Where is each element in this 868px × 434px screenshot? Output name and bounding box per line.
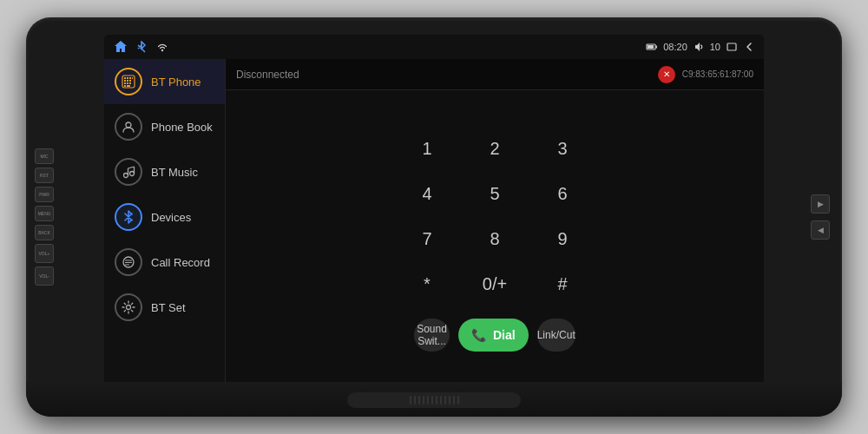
bt-music-label: BT Music [151,166,198,179]
svg-point-20 [130,172,135,176]
window-icon [726,41,738,53]
svg-point-18 [126,122,131,128]
car-unit: MIC RST PWR MENU BACK VOL+ VOL- [26,17,842,417]
sidebar: BT Phone Phone Book [104,59,226,399]
call-record-icon [115,248,142,276]
rst-button[interactable]: RST [35,168,54,183]
sidebar-item-bt-phone[interactable]: BT Phone [104,59,225,104]
key-hash[interactable]: # [532,265,593,303]
sidebar-item-bt-set[interactable]: BT Set [104,285,225,330]
svg-rect-7 [127,77,128,79]
battery-icon [646,41,658,53]
bluetooth-status-icon [134,39,149,55]
bt-set-icon [115,293,142,321]
link-cut-button[interactable]: Link/Cut [537,319,575,352]
sidebar-item-phone-book[interactable]: Phone Book [104,104,225,149]
bt-phone-icon [115,68,142,95]
svg-rect-16 [124,85,126,87]
connection-status: Disconnected [236,69,299,81]
bt-phone-label: BT Phone [151,76,201,89]
menu-button[interactable]: MENU [35,206,54,221]
dial-button[interactable]: 📞 Dial [458,319,529,352]
mic-button[interactable]: MIC [35,148,54,164]
phone-book-label: Phone Book [151,121,213,134]
key-2[interactable]: 2 [464,129,525,168]
sidebar-item-bt-music[interactable]: BT Music [104,149,225,194]
svg-rect-14 [127,82,128,84]
key-5[interactable]: 5 [464,174,525,213]
header-bar: Disconnected ✕ C9:83:65:61:87:00 [226,59,764,90]
sidebar-item-devices[interactable]: Devices [104,194,225,240]
wifi-icon [155,39,170,55]
devices-label: Devices [151,211,191,224]
svg-point-0 [161,49,163,51]
numpad-area: 1 2 3 4 5 6 7 8 9 * 0/+ # [226,90,764,399]
main-screen: 08:20 10 [104,35,764,399]
status-left [113,39,170,55]
right-btn-1[interactable]: ▶ [811,194,830,214]
svg-rect-15 [129,82,131,84]
key-9[interactable]: 9 [532,220,593,258]
svg-point-28 [127,306,131,310]
svg-rect-3 [656,46,658,49]
call-record-label: Call Record [151,256,210,269]
key-4[interactable]: 4 [397,174,457,213]
key-star[interactable]: * [397,265,457,303]
key-6[interactable]: 6 [532,174,593,213]
svg-rect-17 [127,85,130,87]
phone-dial-icon: 📞 [471,328,486,342]
svg-rect-4 [727,43,736,50]
svg-rect-6 [124,77,126,79]
svg-rect-8 [129,77,131,79]
car-vent [347,392,521,408]
time-display: 08:20 [663,42,687,52]
key-1[interactable]: 1 [397,129,457,168]
back-nav-icon[interactable] [743,41,755,53]
side-right-buttons: ▶ ◀ [811,194,830,240]
status-bar: 08:20 10 [104,35,764,59]
bt-set-label: BT Set [151,301,186,314]
sound-switch-button[interactable]: Sound Swit... [414,319,449,352]
device-id: C9:83:65:61:87:00 [682,69,753,79]
main-content: BT Phone Phone Book [104,59,764,399]
key-0-plus[interactable]: 0/+ [464,265,525,303]
vol-down-button[interactable]: VOL- [35,266,54,286]
home-icon[interactable] [113,39,128,55]
bottom-buttons: Sound Swit... 📞 Dial Link/Cut [404,313,585,360]
svg-rect-12 [129,80,131,82]
svg-rect-13 [124,82,126,84]
svg-rect-10 [124,80,126,82]
car-bottom-decoration [26,382,842,417]
bt-music-icon [115,158,142,186]
key-7[interactable]: 7 [397,220,457,258]
phone-book-icon [115,113,142,141]
numpad-grid: 1 2 3 4 5 6 7 8 9 * 0/+ # [397,129,593,303]
devices-icon [115,203,142,231]
pwr-button[interactable]: PWR [35,187,54,202]
volume-level: 10 [710,42,720,52]
vol-up-button[interactable]: VOL+ [35,244,54,263]
status-right: 08:20 10 [646,41,755,53]
right-panel: Disconnected ✕ C9:83:65:61:87:00 1 2 3 4… [226,59,764,399]
svg-line-23 [128,167,135,168]
back-button[interactable]: BACK [35,225,54,240]
svg-rect-9 [132,77,133,79]
key-3[interactable]: 3 [532,129,593,168]
close-button[interactable]: ✕ [658,66,675,83]
volume-icon [693,41,705,53]
key-8[interactable]: 8 [464,220,525,258]
right-btn-2[interactable]: ◀ [811,220,830,240]
side-buttons-left: MIC RST PWR MENU BACK VOL+ VOL- [35,148,54,286]
sidebar-item-call-record[interactable]: Call Record [104,240,225,285]
header-right: ✕ C9:83:65:61:87:00 [658,66,753,83]
svg-rect-11 [127,80,128,82]
svg-point-19 [124,174,128,178]
svg-rect-2 [648,45,654,49]
